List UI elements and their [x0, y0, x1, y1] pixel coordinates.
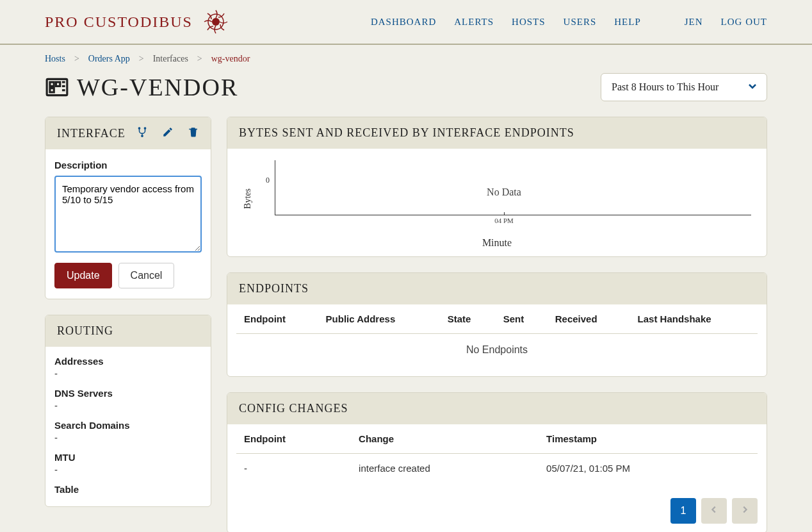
- brand-logo-icon: [202, 8, 230, 36]
- endpoints-table-wrap: Endpoint Public Address State Sent Recei…: [227, 304, 767, 376]
- routing-addresses: Addresses -: [54, 356, 202, 379]
- chart-x-axis: [275, 215, 751, 215]
- edit-icon[interactable]: [162, 126, 174, 140]
- routing-table: Table: [54, 484, 202, 495]
- cell-timestamp: 05/07/21, 01:05 PM: [539, 454, 758, 483]
- routing-list: Addresses - DNS Servers - Search Domains…: [45, 347, 211, 506]
- cell-endpoint: -: [236, 454, 351, 483]
- col-state: State: [440, 304, 496, 334]
- routing-search-domains-value: -: [54, 432, 202, 443]
- time-range-select[interactable]: Past 8 Hours to This Hour: [601, 73, 767, 101]
- nav-help[interactable]: HELP: [614, 17, 641, 28]
- page-title: WG-VENDOR: [45, 73, 238, 101]
- page-prev-button[interactable]: [701, 498, 727, 524]
- col-received: Received: [548, 304, 630, 334]
- config-table-wrap: Endpoint Change Timestamp - interface cr…: [227, 424, 767, 493]
- svg-rect-4: [50, 88, 54, 92]
- col-endpoint: Endpoint: [236, 304, 318, 334]
- routing-mtu: MTU -: [54, 452, 202, 475]
- interface-icon: [45, 75, 69, 99]
- topbar: PRO CUSTODIBUS DASHBOARD ALER: [0, 0, 812, 45]
- routing-search-domains: Search Domains -: [54, 420, 202, 443]
- chart-inner: Bytes 0 No Data 04 PM: [243, 160, 751, 237]
- endpoints-table: Endpoint Public Address State Sent Recei…: [236, 304, 758, 334]
- branch-icon[interactable]: [136, 126, 148, 140]
- description-label: Description: [54, 160, 202, 170]
- trash-icon[interactable]: [188, 126, 199, 140]
- brand: PRO CUSTODIBUS: [45, 8, 230, 36]
- svg-point-1: [212, 18, 220, 26]
- page-title-text: WG-VENDOR: [77, 73, 238, 101]
- svg-rect-3: [50, 82, 54, 86]
- col-sent: Sent: [496, 304, 548, 334]
- svg-point-9: [138, 127, 141, 129]
- svg-rect-5: [56, 82, 60, 86]
- endpoints-empty: No Endpoints: [236, 334, 758, 366]
- breadcrumb-hosts[interactable]: Hosts: [45, 54, 65, 64]
- routing-dns-label: DNS Servers: [54, 388, 202, 399]
- routing-search-domains-label: Search Domains: [54, 420, 202, 431]
- chart-panel-title: BYTES SENT AND RECEIVED BY INTERFACE END…: [239, 126, 574, 140]
- svg-point-10: [144, 127, 147, 129]
- content: Hosts > Orders App > Interfaces > wg-ven…: [0, 45, 812, 532]
- routing-panel-title: ROUTING: [57, 324, 113, 338]
- breadcrumb-sep: >: [139, 54, 144, 64]
- page-head: WG-VENDOR Past 8 Hours to This Hour: [45, 73, 767, 101]
- breadcrumb-sep: >: [74, 54, 79, 64]
- main-nav: DASHBOARD ALERTS HOSTS USERS HELP JEN LO…: [371, 17, 767, 28]
- endpoints-panel-header: ENDPOINTS: [227, 273, 767, 304]
- chart-no-data: No Data: [487, 187, 521, 198]
- routing-dns-value: -: [54, 400, 202, 411]
- chart-ylabel: Bytes: [243, 188, 253, 209]
- chart-x-tick-mark: [504, 212, 505, 215]
- config-changes-title: CONFIG CHANGES: [239, 402, 348, 415]
- left-column: INTERFACE: [45, 117, 211, 507]
- routing-dns: DNS Servers -: [54, 388, 202, 411]
- chart-y-axis: [275, 160, 275, 215]
- chevron-left-icon: [710, 505, 719, 517]
- pagination: 1: [227, 493, 767, 532]
- col-change: Change: [351, 424, 539, 454]
- routing-mtu-label: MTU: [54, 452, 202, 463]
- chart-panel-header: BYTES SENT AND RECEIVED BY INTERFACE END…: [227, 117, 767, 149]
- breadcrumb-orders-app[interactable]: Orders App: [88, 54, 130, 64]
- breadcrumb-sep: >: [197, 54, 202, 64]
- chart-x-tick: 04 PM: [494, 217, 514, 224]
- interface-panel: INTERFACE: [45, 117, 211, 299]
- routing-table-label: Table: [54, 484, 202, 495]
- interface-panel-body: Description Update Cancel: [45, 149, 211, 299]
- nav-users[interactable]: USERS: [564, 17, 597, 28]
- routing-panel-header: ROUTING: [45, 315, 211, 347]
- col-last-handshake: Last Handshake: [630, 304, 758, 334]
- col-timestamp: Timestamp: [539, 424, 758, 454]
- breadcrumb-current: wg-vendor: [211, 54, 250, 64]
- chart-area: Bytes 0 No Data 04 PM Minute: [227, 149, 767, 256]
- update-button[interactable]: Update: [54, 263, 112, 288]
- interface-panel-title: INTERFACE: [57, 127, 126, 140]
- routing-mtu-value: -: [54, 464, 202, 475]
- config-changes-panel: CONFIG CHANGES Endpoint Change Timestamp: [227, 392, 767, 532]
- nav-logout[interactable]: LOG OUT: [721, 17, 767, 28]
- page-next-button[interactable]: [732, 498, 758, 524]
- nav-alerts[interactable]: ALERTS: [454, 17, 494, 28]
- routing-addresses-label: Addresses: [54, 356, 202, 367]
- chart-panel: BYTES SENT AND RECEIVED BY INTERFACE END…: [227, 117, 767, 257]
- nav-primary: DASHBOARD ALERTS HOSTS USERS HELP: [371, 17, 641, 28]
- nav-user[interactable]: JEN: [685, 17, 703, 28]
- routing-addresses-value: -: [54, 368, 202, 379]
- page-1-button[interactable]: 1: [670, 498, 696, 524]
- main-column: BYTES SENT AND RECEIVED BY INTERFACE END…: [227, 117, 767, 532]
- cell-change: interface created: [351, 454, 539, 483]
- cancel-button[interactable]: Cancel: [118, 263, 175, 288]
- description-input[interactable]: [54, 176, 202, 253]
- chevron-down-icon: [747, 81, 758, 94]
- nav-dashboard[interactable]: DASHBOARD: [371, 17, 436, 28]
- svg-point-11: [141, 135, 143, 137]
- interface-panel-header: INTERFACE: [45, 117, 211, 149]
- table-row: - interface created 05/07/21, 01:05 PM: [236, 454, 758, 483]
- button-row: Update Cancel: [54, 263, 202, 288]
- config-changes-header: CONFIG CHANGES: [227, 393, 767, 424]
- nav-hosts[interactable]: HOSTS: [512, 17, 546, 28]
- columns: INTERFACE: [45, 117, 767, 532]
- col-endpoint: Endpoint: [236, 424, 351, 454]
